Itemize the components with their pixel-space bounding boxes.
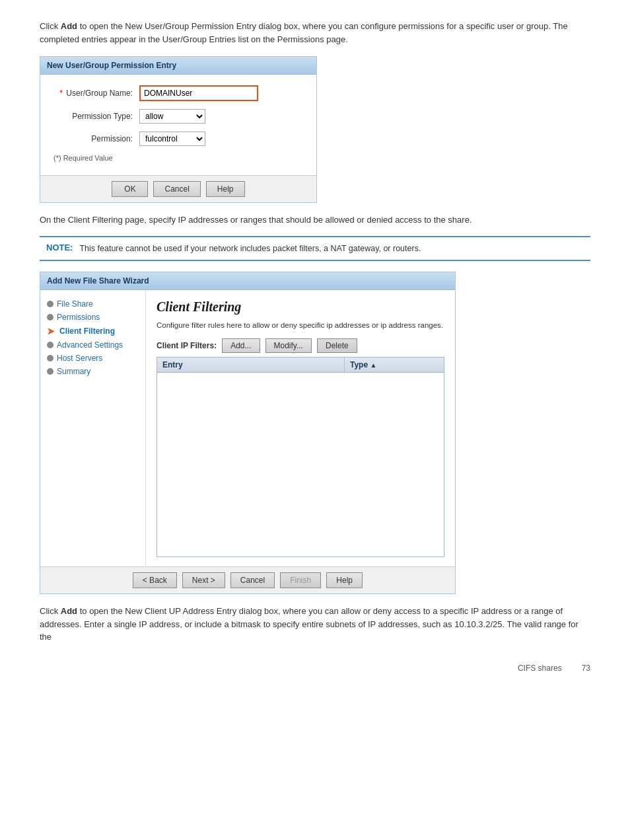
filter-table-header: Entry Type ▲	[157, 357, 444, 372]
bullet-file-share	[47, 301, 53, 307]
footer-label: CIFS shares	[518, 664, 562, 673]
permission-select[interactable]: fulcontrol read	[139, 132, 205, 146]
footer-page-number: 73	[582, 664, 590, 673]
sidebar-link-advanced-settings[interactable]: Advanced Settings	[57, 340, 123, 350]
wizard-next-button[interactable]: Next >	[182, 572, 225, 588]
sidebar-item-summary: Summary	[47, 367, 139, 376]
intro-bold-add: Add	[61, 21, 77, 31]
sidebar-item-advanced-settings: Advanced Settings	[47, 340, 139, 350]
bullet-summary	[47, 368, 53, 375]
wizard-back-button[interactable]: < Back	[133, 572, 177, 588]
permission-cancel-button[interactable]: Cancel	[153, 181, 200, 197]
wizard-help-button[interactable]: Help	[326, 572, 363, 588]
bullet-host-servers	[47, 355, 53, 362]
sidebar-link-permissions[interactable]: Permissions	[57, 313, 100, 322]
modify-filter-button[interactable]: Modify...	[265, 338, 312, 353]
user-group-row: * User/Group Name:	[53, 85, 303, 101]
sidebar-item-file-share: File Share	[47, 299, 139, 309]
wizard-cancel-button[interactable]: Cancel	[230, 572, 275, 588]
bullet-advanced-settings	[47, 342, 53, 348]
sidebar-link-summary[interactable]: Summary	[57, 367, 90, 376]
permission-row: Permission: fulcontrol read	[53, 132, 303, 146]
sidebar-item-permissions: Permissions	[47, 313, 139, 322]
wizard-section-title: Client Filtering	[157, 299, 444, 315]
bullet-permissions	[47, 314, 53, 321]
required-star: *	[59, 89, 63, 98]
permission-dialog-title: New User/Group Permission Entry	[40, 57, 316, 75]
filter-table-body	[157, 372, 444, 557]
sidebar-item-client-filtering: ➤ Client Filtering	[47, 326, 139, 336]
wizard-main: Client Filtering Configure filter rules …	[146, 290, 455, 566]
page-content: Click Add to open the New User/Group Per…	[40, 20, 590, 673]
permission-dialog: New User/Group Permission Entry * User/G…	[40, 56, 317, 203]
wizard-sidebar: File Share Permissions ➤ Client Filterin…	[40, 290, 146, 566]
intro-text-post: to open the New User/Group Permission En…	[40, 21, 568, 44]
required-note: (*) Required Value	[53, 154, 303, 162]
page-footer: CIFS shares 73	[40, 664, 590, 673]
user-group-label: * User/Group Name:	[53, 89, 139, 98]
wizard-body: File Share Permissions ➤ Client Filterin…	[40, 290, 455, 566]
permission-dialog-footer: OK Cancel Help	[40, 175, 316, 202]
sidebar-link-client-filtering[interactable]: Client Filtering	[59, 326, 115, 336]
sidebar-item-host-servers: Host Servers	[47, 354, 139, 363]
col-type-label: Type	[350, 360, 368, 369]
note-box: NOTE: This feature cannot be used if you…	[40, 236, 590, 262]
note-label: NOTE:	[46, 243, 73, 252]
intro-paragraph: Click Add to open the New User/Group Per…	[40, 20, 590, 46]
wizard-finish-button[interactable]: Finish	[280, 572, 321, 588]
col-type-header: Type ▲	[345, 358, 444, 372]
permission-type-label: Permission Type:	[53, 112, 139, 121]
add-filter-button[interactable]: Add...	[222, 338, 260, 353]
permission-ok-button[interactable]: OK	[112, 181, 148, 197]
arrow-client-filtering: ➤	[47, 326, 55, 336]
user-group-label-text: User/Group Name:	[66, 89, 133, 98]
wizard-title-bar: Add New File Share Wizard	[40, 272, 455, 290]
sort-arrow-icon: ▲	[370, 362, 376, 369]
sidebar-link-host-servers[interactable]: Host Servers	[57, 354, 102, 363]
outro-text-pre: Click	[40, 606, 61, 616]
outro-paragraph: Click Add to open the New Client UP Addr…	[40, 605, 590, 644]
delete-filter-button[interactable]: Delete	[317, 338, 357, 353]
permission-help-button[interactable]: Help	[206, 181, 245, 197]
client-ip-filters-label: Client IP Filters:	[157, 341, 217, 350]
sidebar-link-file-share[interactable]: File Share	[57, 299, 93, 309]
outro-text-post: to open the New Client UP Address Entry …	[40, 606, 578, 642]
intro-text-pre: Click	[40, 21, 61, 31]
note-text: This feature cannot be used if your netw…	[79, 243, 421, 255]
wizard-footer: < Back Next > Cancel Finish Help	[40, 566, 455, 593]
user-group-input[interactable]	[139, 85, 258, 101]
permission-type-select[interactable]: allow deny	[139, 109, 205, 124]
permission-label: Permission:	[53, 134, 139, 143]
permission-dialog-body: * User/Group Name: Permission Type: allo…	[40, 75, 316, 175]
wizard-description: Configure filter rules here to allow or …	[157, 320, 444, 330]
outro-bold-add: Add	[61, 606, 77, 616]
permission-type-row: Permission Type: allow deny	[53, 109, 303, 124]
client-filtering-para: On the Client Filtering page, specify IP…	[40, 213, 590, 227]
col-entry-header: Entry	[157, 358, 345, 372]
filter-controls: Client IP Filters: Add... Modify... Dele…	[157, 338, 444, 353]
wizard-dialog: Add New File Share Wizard File Share Per…	[40, 272, 456, 594]
